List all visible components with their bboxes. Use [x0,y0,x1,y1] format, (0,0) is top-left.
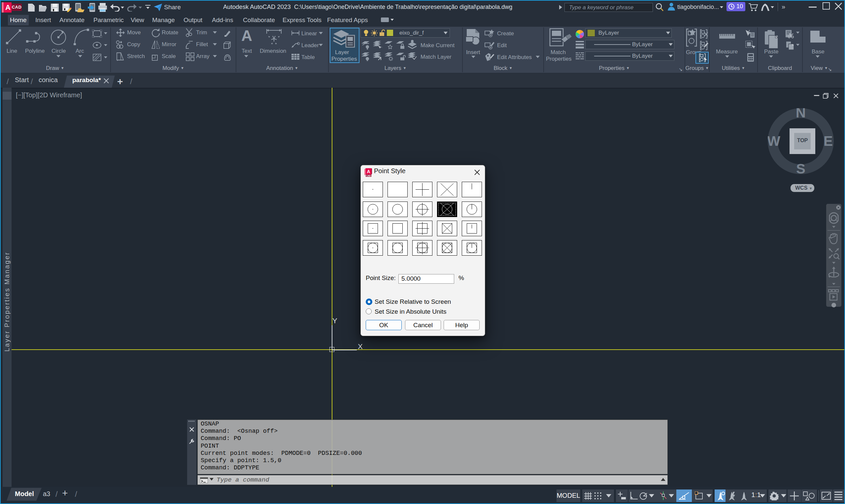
svg-text:S: S [796,161,805,174]
svg-text:CAD: CAD [366,175,371,177]
svg-text:A: A [367,169,370,174]
svg-text:W: W [768,133,780,149]
svg-text:N: N [796,108,806,120]
svg-text:E: E [824,133,833,149]
